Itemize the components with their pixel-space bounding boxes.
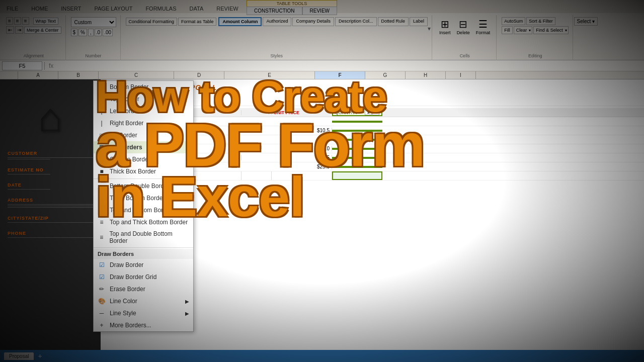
tab-insert[interactable]: INSERT <box>54 4 88 13</box>
customer-label: CUSTOMER <box>8 151 93 156</box>
format-btn[interactable]: ☰ Format <box>474 17 493 36</box>
format-as-table-btn[interactable]: Format as Table <box>178 18 216 26</box>
wrap-text-btn[interactable]: Wrap Text <box>33 18 58 25</box>
cell-e2[interactable] <box>332 130 382 132</box>
dollar-btn[interactable]: $ <box>71 29 78 36</box>
cell-e6[interactable] <box>332 166 382 168</box>
find-select-group[interactable]: Find & Select ▾ <box>533 26 569 34</box>
menu-item-top-border[interactable]: ─ Top Border <box>94 93 193 105</box>
col-header-f[interactable]: F <box>315 71 365 79</box>
top-border-label: Top Border <box>110 96 139 103</box>
tab-home[interactable]: HOME <box>25 4 54 13</box>
amount-column-btn[interactable]: Amount Column <box>218 17 262 26</box>
cell-d4[interactable]: $12.0 <box>272 146 332 151</box>
conditional-formatting-btn[interactable]: Conditional Formatting <box>126 18 178 26</box>
cell-d5[interactable]: $5.5 <box>272 155 332 160</box>
empty-cell[interactable] <box>272 171 332 180</box>
proposal-sheet-tab[interactable]: Proposal <box>4 352 34 360</box>
cell-e3[interactable] <box>332 139 382 141</box>
cell-e1[interactable] <box>332 121 382 123</box>
menu-item-left-border[interactable]: | Left Border <box>94 105 193 117</box>
cell-d2[interactable]: $10.5 <box>272 128 332 133</box>
tab-page-layout[interactable]: PAGE LAYOUT <box>88 4 139 13</box>
ribbon-content: ≡ ≡ ≡ Wrap Text ⇤ ⇥ Merge & Center Align… <box>0 13 644 60</box>
clear-btn-group[interactable]: Clear ▾ <box>514 26 533 34</box>
merge-center-btn[interactable]: Merge & Center <box>24 27 61 34</box>
add-sheet-btn[interactable]: + <box>34 351 46 361</box>
menu-item-draw-grid[interactable]: ☑ Draw Border Grid <box>94 271 193 283</box>
qty-label: QUANTITY <box>335 110 358 115</box>
tab-data[interactable]: DATA <box>183 4 210 13</box>
indent-btn[interactable]: ⇤ <box>6 26 14 34</box>
tab-review[interactable]: REVIEW <box>302 7 337 15</box>
insert-btn[interactable]: ⊞ Insert <box>437 17 453 36</box>
dotted-rule-btn[interactable]: Dotted Rule <box>378 17 409 26</box>
cell-e5[interactable] <box>332 157 382 159</box>
label-btn[interactable]: Label <box>410 17 428 26</box>
autosum-btn[interactable]: AutoSum <box>502 17 525 25</box>
menu-item-line-style[interactable]: ─ Line Style ▶ <box>94 307 193 319</box>
name-box[interactable] <box>2 61 42 70</box>
customer-line <box>8 157 93 158</box>
tab-review[interactable]: REVIEW <box>210 4 245 13</box>
menu-item-line-color[interactable]: 🎨 Line Color ▶ <box>94 295 193 307</box>
number-format-select[interactable]: Custom <box>71 17 116 27</box>
menu-item-all-borders[interactable]: ⊞ All Borders <box>94 141 193 153</box>
menu-item-draw-border[interactable]: ☑ Draw Border <box>94 259 193 271</box>
description-col-btn[interactable]: Description Col... <box>335 17 377 26</box>
fill-btn[interactable]: Fill <box>502 26 513 34</box>
menu-item-erase-border[interactable]: ✏ Erase Border <box>94 283 193 295</box>
col-header-a[interactable]: A <box>18 71 58 79</box>
align-left-btn[interactable]: ≡ <box>6 17 13 25</box>
empty-cell[interactable] <box>242 171 272 180</box>
col-header-b[interactable]: B <box>58 71 99 79</box>
sort-filter-btn[interactable]: Sort & Filter <box>526 17 555 25</box>
qty-down-btn[interactable]: ▼ <box>372 110 379 115</box>
authorized-btn[interactable]: Authorized <box>263 17 291 26</box>
menu-item-top-thick-bottom[interactable]: ≡ Top and Thick Bottom Border <box>94 216 193 228</box>
styles-scroll-btn[interactable]: ▾ <box>428 25 431 32</box>
editing-controls: AutoSum Sort & Filter Fill Clear ▾ Find … <box>502 15 569 36</box>
menu-item-top-bottom[interactable]: ≡ Top and Bottom Border <box>94 204 193 216</box>
menu-item-no-border[interactable]: □ No Border <box>94 129 193 141</box>
col-header-g[interactable]: G <box>365 71 406 79</box>
company-details-btn[interactable]: Company Details <box>292 17 334 26</box>
cell-d3[interactable]: $2.7 <box>272 137 332 142</box>
tab-file[interactable]: FILE <box>0 4 25 13</box>
empty-cell-qty[interactable] <box>332 171 382 180</box>
formula-fx[interactable]: fx <box>47 62 55 69</box>
select-dropdown-btn[interactable]: Select ▾ <box>574 17 598 26</box>
col-header-d[interactable]: D <box>174 71 224 79</box>
cell-d6[interactable]: $25.0 <box>272 164 332 169</box>
align-center-btn[interactable]: ≡ <box>14 17 21 25</box>
formula-input[interactable] <box>57 61 642 70</box>
top-bottom-icon: ≡ <box>98 206 106 214</box>
col-header-h[interactable]: H <box>406 71 446 79</box>
cell-e4[interactable] <box>332 148 382 150</box>
menu-item-bottom-border[interactable]: ▬ Bottom Border <box>94 81 193 93</box>
percent-btn[interactable]: % <box>78 29 87 36</box>
dropdown-col[interactable]: ▾ <box>242 110 272 115</box>
menu-item-right-border[interactable]: | Right Border <box>94 117 193 129</box>
outdent-btn[interactable]: ⇥ <box>15 26 23 34</box>
col-header-i[interactable]: I <box>446 71 476 79</box>
menu-item-bottom-double[interactable]: ═ Bottom Double Border <box>94 180 193 192</box>
clear-dropdown-icon[interactable]: ▾ <box>528 27 532 34</box>
find-select-dropdown-icon[interactable]: ▾ <box>564 27 568 34</box>
increase-decimal-btn[interactable]: .00 <box>103 29 113 36</box>
menu-divider-1 <box>94 178 193 179</box>
menu-item-more-borders[interactable]: + More Borders... <box>94 319 193 331</box>
menu-item-top-double-bottom[interactable]: ≡ Top and Double Bottom Border <box>94 228 193 246</box>
decrease-decimal-btn[interactable]: .0 <box>95 29 102 36</box>
col-header-e[interactable]: E <box>224 71 315 79</box>
comma-btn[interactable]: , <box>88 29 94 36</box>
tab-construction[interactable]: CONSTRUCTION <box>247 7 302 15</box>
tab-formulas[interactable]: FORMULAS <box>139 4 183 13</box>
menu-item-thick-bottom[interactable]: ═ Thick Bottom Border <box>94 192 193 204</box>
align-right-btn[interactable]: ≡ <box>22 17 29 25</box>
menu-item-outside-borders[interactable]: □ Outside Borders <box>94 153 193 165</box>
delete-btn[interactable]: ⊟ Delete <box>455 17 472 36</box>
qty-up-btn[interactable]: ▲ <box>365 110 372 115</box>
menu-item-thick-box[interactable]: ■ Thick Box Border <box>94 165 193 177</box>
col-header-c[interactable]: C <box>99 71 174 79</box>
